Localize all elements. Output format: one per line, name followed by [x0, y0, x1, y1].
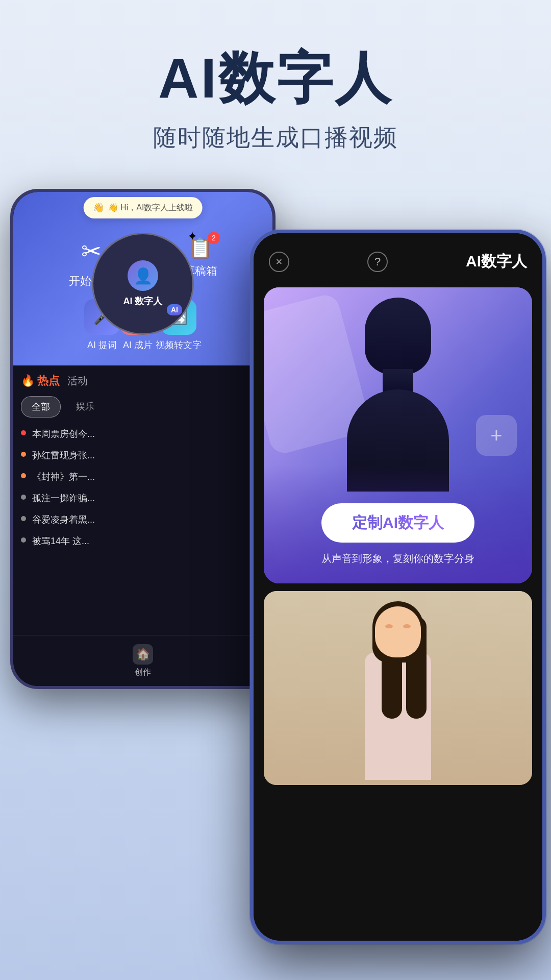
plus-icon: +	[490, 424, 502, 447]
digital-human-card[interactable]: + 定制AI数字人 从声音到形象，复刻你的数字分身	[264, 287, 532, 583]
news-text-2: 孙红雷现身张...	[32, 449, 95, 461]
help-icon: ?	[374, 255, 381, 268]
dot-4	[21, 495, 26, 500]
news-text-1: 本周票房创今...	[32, 428, 95, 440]
customize-subtitle: 从声音到形象，复刻你的数字分身	[321, 552, 474, 566]
wave-icon: 👋	[93, 202, 104, 213]
woman-figure	[347, 606, 449, 785]
cheek-left	[385, 624, 393, 628]
pill-entertainment[interactable]: 娱乐	[66, 396, 105, 418]
tool-teleprompter-label: AI 提词	[87, 339, 117, 351]
news-item-4[interactable]: 孤注一掷诈骗...	[21, 492, 265, 504]
close-button[interactable]: ×	[269, 252, 289, 272]
nav-create-label: 创作	[135, 667, 151, 678]
news-text-3: 《封神》第一...	[32, 471, 95, 483]
customize-btn-text: 定制AI数字人	[352, 514, 444, 531]
dot-5	[21, 516, 26, 521]
dot-6	[21, 537, 26, 543]
news-item-5[interactable]: 谷爱凌身着黑...	[21, 513, 265, 526]
plus-button[interactable]: +	[476, 415, 517, 456]
sparkle-icon: ✦	[187, 229, 197, 243]
phones-container: 👋 👋 Hi，AI数字人上线啦 ✂ 开始创作 ✦ 👤	[0, 174, 551, 980]
sub-title: 随时随地生成口播视频	[0, 122, 551, 154]
main-title: AI数字人	[0, 41, 551, 117]
front-phone-header: × ? AI数字人	[254, 233, 542, 282]
dot-1	[21, 430, 26, 435]
back-phone-topbar: 👋 👋 Hi，AI数字人上线啦 ✂ 开始创作 ✦ 👤	[13, 192, 272, 365]
ai-human-icon: 👤	[128, 260, 158, 291]
header-section: AI数字人 随时随地生成口播视频	[0, 0, 551, 154]
dot-2	[21, 452, 26, 457]
tab-hot[interactable]: 🔥 热点	[21, 373, 60, 388]
pill-all-label: 全部	[32, 402, 50, 412]
woman-head	[375, 606, 421, 657]
front-phone-title: AI数字人	[466, 251, 527, 272]
news-text-6: 被骂14年 这...	[32, 535, 89, 547]
pill-all[interactable]: 全部	[21, 396, 61, 418]
tab-activity[interactable]: 活动	[67, 374, 88, 388]
draft-badge: 2	[208, 232, 220, 244]
content-tabs: 🔥 热点 活动	[21, 373, 265, 388]
tool-video-text-label: 视频转文字	[156, 339, 202, 351]
fire-icon: 🔥	[21, 374, 35, 387]
close-icon: ×	[276, 255, 283, 268]
notification-bar: 👋 👋 Hi，AI数字人上线啦	[84, 197, 203, 218]
bottom-navigation: 🏠 创作	[13, 635, 272, 686]
news-item-3[interactable]: 《封神》第一...	[21, 471, 265, 483]
news-item-1[interactable]: 本周票房创今...	[21, 428, 265, 440]
pill-entertainment-label: 娱乐	[76, 401, 94, 411]
person-card[interactable]	[264, 591, 532, 785]
news-text-4: 孤注一掷诈骗...	[32, 492, 95, 504]
hot-label: 热点	[37, 373, 60, 388]
customize-button[interactable]: 定制AI数字人	[321, 503, 474, 543]
news-item-6[interactable]: 被骂14年 这...	[21, 535, 265, 547]
notification-text: 👋 Hi，AI数字人上线啦	[108, 203, 193, 213]
home-icon: 🏠	[133, 644, 153, 665]
ai-badge: AI	[167, 304, 182, 315]
ai-digital-human-circle[interactable]: ✦ 👤 AI AI 数字人	[92, 233, 194, 335]
cheek-right	[403, 624, 411, 628]
news-list: 本周票房创今... 孙红雷现身张... 《封神》第一... 孤注一掷诈骗...	[21, 428, 265, 547]
nav-create[interactable]: 🏠 创作	[133, 644, 153, 678]
help-button[interactable]: ?	[367, 252, 388, 272]
front-phone: × ? AI数字人	[250, 230, 546, 944]
activity-label: 活动	[67, 375, 88, 386]
human-silhouette	[327, 298, 469, 492]
dot-3	[21, 473, 26, 478]
tool-film-label: AI 成片	[123, 339, 153, 351]
circle-menu-label: AI 数字人	[123, 295, 162, 307]
news-text-5: 谷爱凌身着黑...	[32, 513, 95, 526]
news-item-2[interactable]: 孙红雷现身张...	[21, 449, 265, 461]
back-phone: 👋 👋 Hi，AI数字人上线啦 ✂ 开始创作 ✦ 👤	[10, 189, 276, 689]
filter-pills: 全部 娱乐	[21, 396, 265, 418]
silhouette-head	[365, 298, 431, 374]
